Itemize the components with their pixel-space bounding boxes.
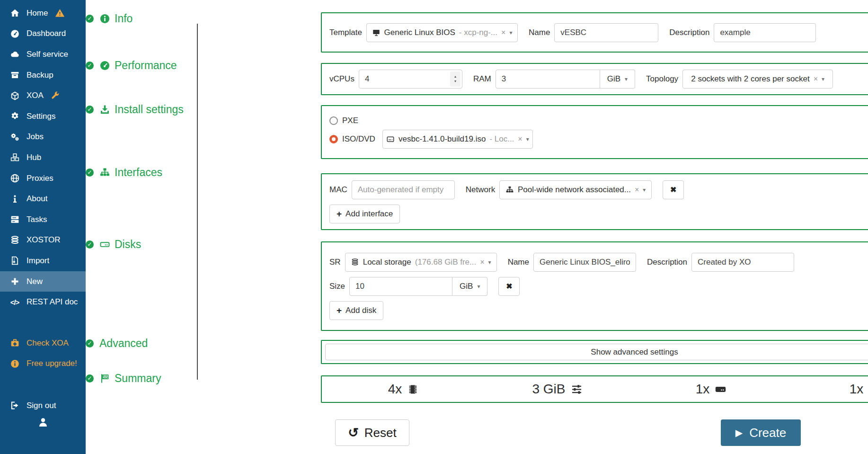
disk-size-row: Size GiB▾ ✖ [329, 277, 868, 296]
caret-down-icon[interactable]: ▾ [488, 259, 491, 266]
sidebar-item-import[interactable]: Import [0, 250, 86, 271]
remove-interface-button[interactable]: ✖ [663, 180, 684, 199]
template-select-value: Generic Linux BIOS [384, 28, 455, 37]
caret-down-icon: ▾ [625, 76, 628, 82]
caret-down-icon[interactable]: ▾ [643, 187, 646, 193]
flag-checkered-icon [99, 373, 110, 384]
sidebar-item-home[interactable]: Home [0, 3, 86, 24]
sidebar-item-dashboard[interactable]: Dashboard [0, 24, 86, 45]
add-interface-row: +Add interface [329, 205, 868, 223]
clear-icon[interactable]: × [480, 258, 484, 267]
vm-description-input[interactable] [714, 23, 816, 42]
remove-disk-button[interactable]: ✖ [498, 277, 520, 296]
spinner-down-icon[interactable]: ▾ [454, 79, 456, 84]
step-interfaces[interactable]: ✓ Interfaces [86, 165, 162, 180]
sidebar-item-label: Backup [27, 71, 53, 80]
mac-input[interactable] [352, 180, 455, 199]
sidebar-item-hub[interactable]: Hub [0, 147, 86, 168]
sidebar: Home Dashboard Self service Backup XOA S… [0, 0, 86, 454]
sidebar-item-free-upgrade[interactable]: Free upgrade! [0, 354, 86, 374]
sidebar-item-check-xoa[interactable]: Check XOA [0, 333, 86, 354]
iso-select[interactable]: vesbc-1.41.0-build19.iso - Loc... × ▾ [382, 130, 533, 149]
database-icon [9, 235, 20, 245]
sidebar-item-xostor[interactable]: XOSTOR [0, 230, 86, 251]
network-select[interactable]: Pool-wide network associated... × ▾ [499, 180, 652, 199]
step-advanced[interactable]: ✓ Advanced [86, 336, 148, 351]
globe-icon [9, 173, 20, 183]
template-select[interactable]: Generic Linux BIOS - xcp-ng-... × ▾ [366, 23, 518, 42]
caret-down-icon[interactable]: ▾ [822, 76, 824, 82]
summary-ram-value: 3 GiB [532, 382, 565, 397]
step-info[interactable]: ✓ Info [86, 11, 133, 26]
template-select-suffix: - xcp-ng-... [459, 28, 497, 37]
add-disk-button[interactable]: +Add disk [329, 301, 383, 320]
ram-input[interactable] [496, 70, 600, 89]
plus-icon [9, 276, 20, 286]
dashboard-icon [9, 29, 20, 39]
plus-icon: + [337, 209, 342, 219]
sidebar-item-self-service[interactable]: Self service [0, 44, 86, 65]
user-avatar[interactable] [0, 417, 86, 430]
sidebar-item-tasks[interactable]: Tasks [0, 209, 86, 230]
pxe-radio[interactable] [329, 116, 338, 125]
size-unit-dropdown[interactable]: GiB▾ [452, 277, 487, 296]
iso-select-suffix: - Loc... [489, 134, 514, 144]
download-icon [99, 104, 110, 115]
caret-down-icon[interactable]: ▾ [526, 136, 529, 142]
sidebar-item-rest-api-doc[interactable]: </> REST API doc [0, 292, 86, 312]
step-install-settings[interactable]: ✓ Install settings [86, 102, 184, 117]
clear-icon[interactable]: × [814, 75, 818, 83]
step-check-icon: ✓ [86, 62, 94, 70]
sr-label: SR [329, 258, 341, 267]
tasks-icon [9, 214, 20, 224]
sidebar-item-proxies[interactable]: Proxies [0, 168, 86, 189]
sidebar-item-sign-out[interactable]: Sign out [0, 395, 86, 416]
ram-unit-value: GiB [607, 74, 620, 84]
disk-name-input[interactable] [533, 253, 636, 272]
sidebar-item-backup[interactable]: Backup [0, 65, 86, 86]
step-disks[interactable]: ✓ Disks [86, 237, 141, 252]
sidebar-item-settings[interactable]: Settings [0, 106, 86, 127]
sidebar-item-xoa[interactable]: XOA [0, 85, 86, 106]
clear-icon[interactable]: × [501, 28, 505, 37]
performance-row: vCPUs ▴▾ RAM GiB▾ Topology 2 sockets wit… [329, 70, 868, 89]
gauge-icon [99, 60, 110, 71]
step-label: Interfaces [115, 166, 162, 179]
sr-select[interactable]: Local storage (176.68 GiB fre... × ▾ [345, 253, 497, 272]
disks-panel: SR Local storage (176.68 GiB fre... × ▾ … [321, 241, 868, 331]
interfaces-panel: MAC Network Pool-wide network associated… [321, 173, 868, 230]
show-advanced-settings-button[interactable]: Show advanced settings [325, 344, 868, 360]
step-summary[interactable]: ✓ Summary [86, 371, 161, 386]
iso-row: ISO/DVD vesbc-1.41.0-build19.iso - Loc..… [329, 130, 868, 149]
ram-unit-dropdown[interactable]: GiB▾ [600, 70, 635, 89]
step-performance[interactable]: ✓ Performance [86, 58, 177, 73]
sidebar-item-label: Home [27, 9, 48, 18]
clear-icon[interactable]: × [635, 186, 639, 194]
iso-dvd-radio[interactable] [329, 135, 338, 143]
add-interface-button[interactable]: +Add interface [329, 205, 400, 223]
step-check-icon: ✓ [86, 240, 94, 249]
add-disk-label: Add disk [345, 306, 376, 315]
cube-icon [9, 91, 20, 101]
disk-size-input[interactable] [349, 277, 452, 296]
summary-interfaces-value: 1x [850, 382, 864, 397]
sr-select-value: Local storage [363, 258, 411, 267]
number-spinner[interactable]: ▴▾ [450, 71, 461, 87]
vcpus-input[interactable] [359, 70, 462, 89]
mac-label: MAC [329, 185, 347, 195]
create-button[interactable]: ▶ Create [721, 419, 801, 446]
topology-label: Topology [646, 74, 678, 84]
disk-description-input[interactable] [691, 253, 794, 272]
spinner-up-icon[interactable]: ▴ [454, 74, 456, 79]
topology-select[interactable]: 2 sockets with 2 cores per socket × ▾ [682, 70, 833, 89]
caret-down-icon[interactable]: ▾ [509, 29, 512, 36]
sidebar-item-new[interactable]: New [0, 271, 86, 292]
cloud-icon [9, 49, 20, 59]
clear-icon[interactable]: × [518, 135, 522, 143]
vm-name-input[interactable] [554, 23, 658, 42]
sidebar-item-jobs[interactable]: Jobs [0, 127, 86, 148]
sidebar-item-about[interactable]: About [0, 188, 86, 209]
sidebar-item-label: About [27, 194, 47, 204]
reset-button[interactable]: ↺ Reset [335, 419, 409, 446]
database-icon [351, 258, 359, 267]
